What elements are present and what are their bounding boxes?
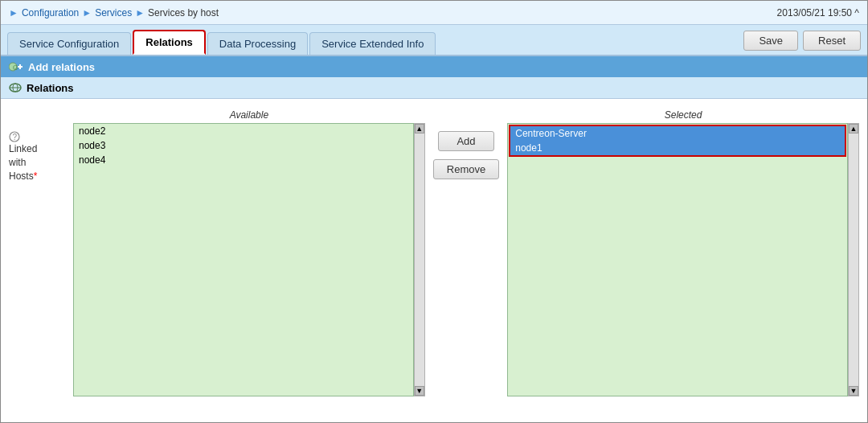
selected-item-centreon-server[interactable]: Centreon-Server <box>510 126 845 141</box>
add-relations-title: Add relations <box>28 61 95 73</box>
breadcrumb-arrow-icon: ► <box>9 7 18 18</box>
selected-item-node1[interactable]: node1 <box>510 141 845 155</box>
dual-list: Available node2 node3 node4 ▲ ▼ Add <box>73 107 859 403</box>
add-button[interactable]: Add <box>438 131 494 151</box>
tab-service-extended-info[interactable]: Service Extended Info <box>309 32 436 55</box>
available-scroll-up[interactable]: ▲ <box>415 124 424 133</box>
page-wrapper: ► Configuration ► Services ► Services by… <box>0 0 868 423</box>
available-header: Available <box>73 107 425 123</box>
tab-data-processing[interactable]: Data Processing <box>207 32 308 55</box>
top-bar: ► Configuration ► Services ► Services by… <box>1 1 867 25</box>
svg-text:?: ? <box>13 133 18 142</box>
middle-buttons: Add Remove <box>425 131 507 179</box>
tab-bar-left: Service Configuration Relations Data Pro… <box>7 30 436 55</box>
relations-label-text: Relations <box>27 82 74 94</box>
selected-list-box[interactable]: Centreon-Server node1 <box>507 123 848 396</box>
required-marker: * <box>34 170 38 182</box>
field-label-with: with <box>9 156 26 170</box>
add-relations-icon: ☺ <box>9 60 23 73</box>
breadcrumb-current: Services by host <box>148 7 219 18</box>
breadcrumb-sep1: ► <box>82 7 92 18</box>
selected-items-outline: Centreon-Server node1 <box>509 125 846 157</box>
available-item-node4[interactable]: node4 <box>74 153 413 167</box>
available-scrollbar[interactable]: ▲ ▼ <box>414 123 425 396</box>
help-icon: ? <box>9 131 20 142</box>
field-label: ? Linked with Hosts* <box>9 107 65 403</box>
breadcrumb-sep2: ► <box>135 7 145 18</box>
available-item-node3[interactable]: node3 <box>74 138 413 153</box>
selected-header: Selected <box>507 107 859 123</box>
reset-button[interactable]: Reset <box>803 31 861 51</box>
field-label-linked: Linked <box>9 142 37 156</box>
tab-relations[interactable]: Relations <box>133 30 206 55</box>
available-list-box[interactable]: node2 node3 node4 <box>73 123 414 396</box>
available-list-with-scroll: node2 node3 node4 ▲ ▼ <box>73 123 425 396</box>
timestamp: 2013/05/21 19:50 ^ <box>777 7 859 18</box>
breadcrumb-configuration[interactable]: Configuration <box>22 7 79 18</box>
selected-list-column: Selected Centreon-Server node1 ▲ ▼ <box>507 107 859 396</box>
tab-service-configuration[interactable]: Service Configuration <box>7 32 131 55</box>
relations-section-label: Relations <box>1 77 867 99</box>
selected-scroll-up[interactable]: ▲ <box>849 124 858 133</box>
selected-list-with-scroll: Centreon-Server node1 ▲ ▼ <box>507 123 859 396</box>
selected-scrollbar[interactable]: ▲ ▼ <box>848 123 859 396</box>
available-scroll-down[interactable]: ▼ <box>415 386 424 396</box>
available-list-column: Available node2 node3 node4 ▲ ▼ <box>73 107 425 396</box>
breadcrumb-services[interactable]: Services <box>95 7 132 18</box>
field-label-hosts: Hosts* <box>9 170 37 183</box>
main-content: ? Linked with Hosts* Available node2 nod… <box>1 99 867 411</box>
tab-bar: Service Configuration Relations Data Pro… <box>1 25 867 56</box>
tab-bar-right: Save Reset <box>743 30 861 55</box>
relations-icon <box>9 81 22 94</box>
available-item-node2[interactable]: node2 <box>74 124 413 138</box>
breadcrumb: ► Configuration ► Services ► Services by… <box>9 7 219 18</box>
add-relations-header: ☺ Add relations <box>1 56 867 77</box>
save-button[interactable]: Save <box>743 31 798 51</box>
remove-button[interactable]: Remove <box>433 159 499 179</box>
selected-scroll-down[interactable]: ▼ <box>849 386 858 396</box>
